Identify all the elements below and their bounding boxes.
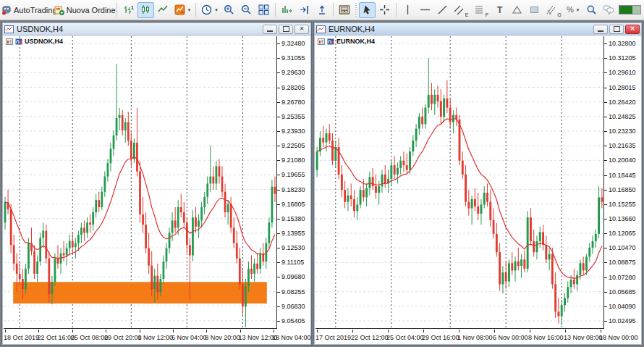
indicators-caret-icon: ▾ bbox=[188, 7, 191, 13]
chart-symbol-text: USDNOK,H4 bbox=[25, 38, 63, 45]
timeframes-button[interactable]: ▾ bbox=[199, 2, 219, 18]
toolbar-grip[interactable] bbox=[355, 3, 357, 17]
price-tick bbox=[277, 146, 280, 146]
time-tick bbox=[459, 330, 459, 333]
autotrading-button[interactable]: AutoTrading bbox=[3, 2, 56, 18]
window-title: EURNOK,H4 bbox=[329, 25, 375, 33]
time-tick bbox=[72, 330, 73, 333]
chat-button[interactable] bbox=[601, 2, 618, 18]
auto-scroll-button[interactable] bbox=[279, 2, 295, 18]
percent-tool-button[interactable]: % ▾ bbox=[564, 2, 582, 18]
price-label: 9.22505 bbox=[281, 142, 305, 149]
search-button[interactable] bbox=[583, 2, 600, 18]
zoom-in-icon bbox=[224, 4, 234, 15]
price-tick bbox=[604, 277, 607, 278]
text-button[interactable]: T bbox=[491, 2, 508, 18]
fibonacci-button[interactable]: F bbox=[472, 2, 491, 18]
horizontal-line-button[interactable] bbox=[417, 2, 433, 18]
price-label: 9.19655 bbox=[281, 171, 305, 178]
close-button[interactable]: ✕ bbox=[625, 25, 640, 34]
tile-windows-button[interactable] bbox=[255, 2, 272, 18]
time-axis[interactable]: 17 Oct 201922 Oct 12:0025 Oct 04:0029 Oc… bbox=[315, 330, 641, 344]
trendline-button[interactable] bbox=[434, 2, 451, 18]
price-tick bbox=[277, 72, 280, 73]
time-tick bbox=[388, 330, 389, 333]
price-tick bbox=[604, 58, 607, 59]
price-label: 10.15255 bbox=[609, 201, 636, 208]
price-tick bbox=[604, 292, 607, 293]
time-tick bbox=[274, 330, 274, 333]
autotrading-label: AutoTrading bbox=[14, 6, 57, 14]
time-axis[interactable]: 18 Oct 201922 Oct 16:0025 Oct 08:0029 Oc… bbox=[4, 330, 310, 344]
restore-button[interactable] bbox=[609, 25, 624, 34]
price-label: 9.15380 bbox=[281, 215, 305, 222]
time-label: 22 Oct 16:00 bbox=[37, 334, 75, 341]
toolbar-separator bbox=[275, 3, 276, 17]
time-label: 8 Nov 20:00 bbox=[205, 334, 240, 341]
minimize-button[interactable] bbox=[263, 25, 277, 34]
price-tick bbox=[277, 131, 280, 132]
time-label: 25 Oct 08:00 bbox=[71, 334, 109, 341]
scale-fix-button[interactable] bbox=[313, 2, 330, 18]
time-label: 6 Nov 00:00 bbox=[493, 334, 528, 341]
percent-tool-icon: % bbox=[567, 6, 574, 14]
price-tick bbox=[277, 262, 280, 263]
price-axis[interactable]: 9.324809.310559.296309.282059.267809.253… bbox=[277, 36, 310, 329]
chart-plot[interactable]: ↓ bbox=[4, 36, 277, 329]
window-titlebar[interactable]: USDNOK,H4 ✕ bbox=[3, 23, 310, 35]
candlestick-chart-icon bbox=[140, 4, 151, 15]
arrows-button[interactable] bbox=[509, 2, 525, 18]
price-label: 10.07280 bbox=[609, 274, 636, 281]
equidistant-channel-button[interactable]: E bbox=[452, 2, 471, 18]
candlestick-chart-button[interactable] bbox=[137, 2, 154, 18]
price-label: 9.16805 bbox=[281, 201, 305, 208]
minimize-button[interactable] bbox=[593, 25, 608, 34]
fibonacci-glyph: F bbox=[486, 12, 488, 17]
andrews-pitchfork-icon bbox=[546, 4, 556, 15]
bar-chart-icon: 1 bbox=[123, 4, 134, 15]
chart-plot[interactable] bbox=[315, 36, 604, 329]
price-tick bbox=[604, 72, 607, 73]
price-tick bbox=[277, 292, 280, 293]
crosshair-button[interactable] bbox=[376, 2, 393, 18]
tile-windows-icon bbox=[258, 4, 269, 15]
new-order-button[interactable]: Nuova Ordine bbox=[56, 2, 114, 18]
price-label: 9.23930 bbox=[281, 127, 305, 135]
svg-text:1: 1 bbox=[131, 5, 134, 10]
close-button[interactable]: ✕ bbox=[295, 25, 309, 34]
chart-shift-button[interactable] bbox=[296, 2, 313, 18]
window-titlebar[interactable]: EURNOK,H4 ✕ bbox=[315, 23, 641, 35]
indicators-button[interactable]: ▾ bbox=[172, 2, 192, 18]
restore-button[interactable] bbox=[279, 25, 293, 34]
fibonacci-icon bbox=[474, 4, 485, 15]
price-tick bbox=[277, 102, 280, 103]
autotrading-robot-icon bbox=[1, 5, 12, 15]
price-label: 10.32800 bbox=[609, 40, 636, 47]
chart-window-icon bbox=[316, 25, 326, 33]
price-label: 9.11105 bbox=[281, 259, 304, 266]
price-label: 9.08255 bbox=[281, 288, 305, 296]
time-label: 17 Oct 2019 bbox=[315, 334, 351, 341]
vertical-line-button[interactable] bbox=[399, 2, 416, 18]
price-label: 10.24825 bbox=[609, 113, 636, 120]
bar-chart-button[interactable]: 1 bbox=[120, 2, 137, 18]
strategy-tester-button[interactable] bbox=[336, 2, 353, 18]
zoom-out-icon bbox=[241, 4, 252, 15]
price-tick bbox=[604, 306, 607, 307]
price-axis[interactable]: 10.3280010.3120510.2961010.2801510.26420… bbox=[604, 36, 641, 329]
shapes-button[interactable] bbox=[526, 2, 543, 18]
zoom-out-button[interactable] bbox=[238, 2, 255, 18]
zoom-in-button[interactable] bbox=[221, 2, 237, 18]
price-label: 10.02495 bbox=[609, 317, 636, 325]
price-label: 10.26420 bbox=[609, 99, 636, 106]
price-tick bbox=[277, 277, 280, 277]
vertical-line-icon bbox=[403, 4, 412, 15]
time-tick bbox=[38, 330, 39, 333]
line-chart-button[interactable] bbox=[155, 2, 171, 18]
cursor-button[interactable] bbox=[359, 2, 376, 18]
time-tick bbox=[5, 330, 6, 333]
sell-arrow-marker[interactable]: ↓ bbox=[255, 262, 260, 271]
price-tick bbox=[604, 321, 607, 322]
price-tick bbox=[604, 88, 607, 88]
andrews-pitchfork-button[interactable]: G bbox=[543, 2, 564, 18]
